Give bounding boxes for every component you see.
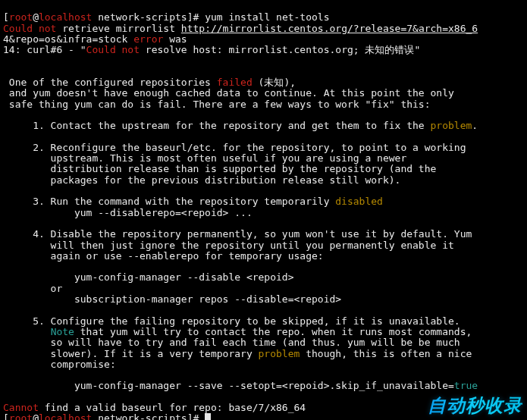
prompt-path: network-scripts <box>92 412 187 420</box>
prompt-line-2: [root@localhost network-scripts]# <box>3 412 211 420</box>
list-item: will then just ignore the repository unt… <box>3 240 454 251</box>
mirrorlist-url: http://mirrorlist.centos.org/?release=7&… <box>181 23 478 34</box>
prompt-user: root <box>9 11 33 23</box>
list-item: 1. Contact the upstream for the reposito… <box>3 120 478 131</box>
prompt-user: root <box>9 412 33 420</box>
output-line: 4&repo=os&infra=stock error was <box>3 33 187 45</box>
list-item: so will have to try and fail each time (… <box>3 337 460 348</box>
list-item: distribution release than is supported b… <box>3 163 436 174</box>
output-line: and yum doesn't have enough cached data … <box>3 87 454 99</box>
prompt-bracket-close: ]# <box>187 412 205 420</box>
list-item: subscription-manager repos --disable=<re… <box>3 293 341 305</box>
prompt-at: @ <box>33 11 39 23</box>
could-not-text: Could not <box>86 44 140 55</box>
prompt-path: network-scripts <box>92 11 187 23</box>
list-item: yum-config-manager --disable <repoid> <box>3 271 294 283</box>
problem-word: problem <box>431 120 472 131</box>
list-item: or <box>3 283 62 294</box>
prompt-bracket-open: [ <box>3 11 9 23</box>
output-line: Could not retrieve mirrorlist http://mir… <box>3 23 478 34</box>
true-word: true <box>454 380 478 391</box>
list-item: Note that yum will try to contact the re… <box>3 326 472 337</box>
list-item: yum-config-manager --save --setopt=<repo… <box>3 380 478 391</box>
list-item: 3. Run the command with the repository t… <box>3 196 383 207</box>
cannot-word: Cannot <box>3 402 39 413</box>
prompt-host: localhost <box>39 412 92 420</box>
disabled-word: disabled <box>335 196 383 207</box>
could-not-text: Could not <box>3 23 56 34</box>
output-line: Cannot find a valid baseurl for repo: ba… <box>3 402 306 413</box>
note-word: Note <box>51 326 74 337</box>
output-line: safe thing yum can do is fail. There are… <box>3 99 431 110</box>
list-item: 2. Reconfigure the baseurl/etc. for the … <box>3 142 466 153</box>
list-item: compromise: <box>3 359 116 370</box>
failed-word: failed <box>217 77 253 88</box>
output-line: 14: curl#6 - "Could not resolve host: mi… <box>3 44 420 55</box>
prompt-bracket-close: ]# <box>187 11 205 23</box>
list-item: packages for the previous distribution r… <box>3 174 400 186</box>
prompt-line-1: [root@localhost network-scripts]# yum in… <box>3 11 330 23</box>
list-item: 4. Disable the repository permanently, s… <box>3 228 472 240</box>
output-line: One of the configured repositories faile… <box>3 77 296 88</box>
list-item: upstream. This is most often useful if y… <box>3 152 406 164</box>
prompt-bracket-open: [ <box>3 412 9 420</box>
cursor-block <box>205 413 211 420</box>
list-item: slower). If it is a very temporary probl… <box>3 348 472 359</box>
list-item: again or use --enablerepo for temporary … <box>3 250 324 262</box>
prompt-at: @ <box>33 412 39 420</box>
error-word: error <box>133 33 163 45</box>
typed-command: yum install net-tools <box>205 11 329 23</box>
list-item: 5. Configure the failing repository to b… <box>3 315 460 327</box>
problem-word: problem <box>259 348 300 359</box>
terminal-output[interactable]: [root@localhost network-scripts]# yum in… <box>0 0 527 420</box>
prompt-host: localhost <box>39 11 92 23</box>
list-item: yum --disablerepo=<repoid> ... <box>3 207 253 218</box>
